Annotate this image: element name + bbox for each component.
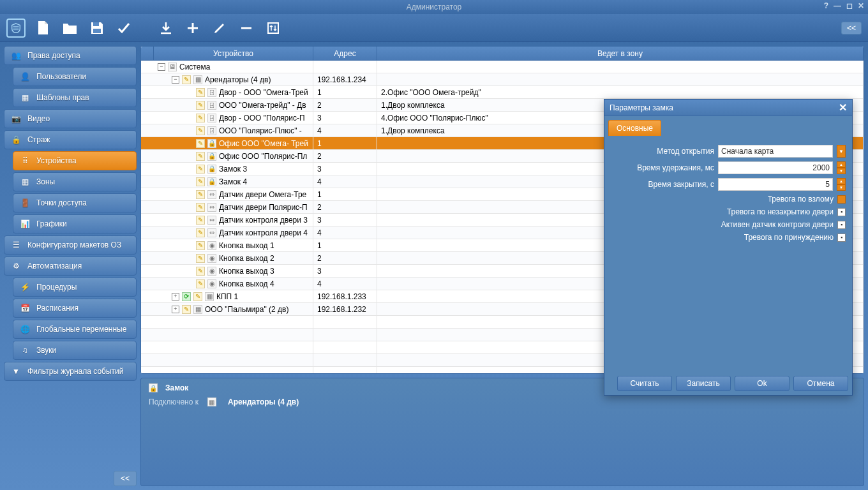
dev-icon (193, 75, 202, 84)
sidebar-item-configurator[interactable]: ☰Конфигуратор макетов ОЗ (4, 235, 137, 255)
sidebar-item-global-vars[interactable]: 🌐Глобальные переменные (13, 320, 137, 339)
sidebar-item-label: Автоматизация (27, 262, 82, 271)
open-method-select[interactable]: Сначала карта (718, 145, 833, 158)
new-file-icon[interactable] (34, 19, 52, 37)
swap-icon[interactable] (264, 19, 282, 37)
tree-expander[interactable]: − (172, 76, 179, 84)
table-row[interactable]: −Арендаторы (4 дв)192.168.1.234 (141, 73, 864, 86)
device-address: 4 (313, 226, 377, 239)
spin-up-icon[interactable]: ▲ (837, 178, 846, 184)
group-icon: 👥 (11, 50, 21, 61)
device-name: Кнопка выход 1 (219, 241, 274, 250)
col-device[interactable]: Устройство (154, 47, 313, 60)
tree-expander[interactable]: − (158, 63, 165, 71)
btn-icon (207, 254, 216, 263)
device-name: Датчик контроля двери 3 (219, 216, 308, 225)
sidebar-item-zones[interactable]: ▦Зоны (13, 172, 137, 191)
edit-icon (196, 216, 205, 225)
lock-icon (207, 152, 216, 161)
collapse-right-button[interactable]: << (841, 22, 862, 34)
template-icon: ▦ (20, 93, 30, 103)
collapse-sidebar-button[interactable]: << (114, 471, 137, 486)
spin-up-icon[interactable]: ▲ (837, 161, 846, 168)
table-row[interactable]: Двор - ООО "Омега-Трей12.Офис "ООО Омега… (141, 86, 864, 99)
sidebar-item-video[interactable]: 📷Видео (4, 109, 137, 128)
edit-icon[interactable] (211, 19, 228, 37)
content-area: Устройство Адрес Ведет в зону −Система−А… (140, 46, 864, 486)
lock-icon (207, 139, 216, 148)
music-icon: ♫ (20, 345, 30, 355)
sidebar-item-automation[interactable]: ⚙Автоматизация (4, 256, 137, 276)
edit-icon (196, 254, 205, 263)
automation-icon: ⚙ (11, 261, 21, 271)
sidebar-item-sounds[interactable]: ♫Звуки (13, 341, 137, 360)
close-time-input[interactable]: 5 (718, 178, 833, 191)
device-name: Замок 3 (219, 165, 247, 174)
tree-expander[interactable]: + (172, 306, 179, 313)
sidebar-item-log-filters[interactable]: ▼Фильтры журнала событий (4, 362, 137, 381)
svg-rect-2 (268, 23, 278, 33)
close-icon[interactable]: ✕ (858, 1, 864, 10)
device-address: 3 (313, 112, 377, 124)
device-name: Кнопка выход 2 (219, 254, 274, 263)
device-name: Кнопка выход 4 (219, 279, 274, 288)
sidebar-item-label: Зоны (36, 177, 55, 186)
device-name: Датчик двери Омега-Тре (219, 190, 306, 199)
remove-icon[interactable] (237, 19, 255, 37)
ok-button[interactable]: Ok (735, 376, 789, 391)
tree-expander[interactable]: + (172, 293, 179, 301)
device-name: Система (179, 63, 210, 71)
sidebar-item-label: Видео (27, 114, 50, 123)
sidebar-item-schedules[interactable]: 📅Расписания (13, 299, 137, 318)
spin-down-icon[interactable]: ▼ (837, 168, 846, 174)
download-icon[interactable] (157, 19, 175, 37)
read-button[interactable]: Считать (617, 376, 672, 391)
write-button[interactable]: Записать (676, 376, 731, 391)
spin-down-icon[interactable]: ▼ (837, 184, 846, 191)
open-folder-icon[interactable] (61, 19, 79, 37)
edit-icon (196, 126, 205, 135)
maximize-icon[interactable]: ◻ (846, 1, 853, 10)
btn-icon (207, 279, 216, 288)
sidebar-item-label: Расписания (36, 304, 79, 313)
help-icon[interactable]: ? (824, 1, 828, 10)
sidebar-item-users[interactable]: 👤Пользователи (13, 67, 137, 86)
table-row[interactable]: −Система (141, 61, 864, 73)
dropdown-icon[interactable]: ▼ (837, 145, 846, 158)
edit-icon (196, 88, 205, 97)
edit-icon (196, 177, 205, 186)
sidebar-item-label: Страж (27, 135, 50, 144)
calendar-icon: 📅 (20, 303, 30, 313)
sidebar-item-templates[interactable]: ▦Шаблоны прав (13, 88, 137, 107)
sidebar-item-label: Пользователи (36, 72, 86, 81)
hold-time-input[interactable]: 2000 (718, 161, 833, 174)
col-zone[interactable]: Ведет в зону (377, 47, 864, 60)
sidebar-item-access-rights[interactable]: 👥Права доступа (4, 46, 137, 65)
break-alarm-checkbox[interactable] (837, 195, 846, 204)
lock-params-dialog: Параметры замка ✕ Основные Метод открыти… (604, 99, 853, 396)
col-address[interactable]: Адрес (313, 47, 377, 60)
edit-icon (196, 228, 205, 237)
layers-icon: ☰ (11, 240, 21, 250)
sidebar-item-access-points[interactable]: 🚪Точки доступа (13, 193, 137, 212)
sidebar-item-guard[interactable]: 🔒Страж (4, 130, 137, 149)
sidebar-item-devices[interactable]: ⠿Устройства (13, 151, 137, 170)
sidebar-item-label: Процедуры (36, 283, 77, 292)
device-name: ООО "Полярис-Плюс" - (219, 126, 302, 135)
minimize-icon[interactable]: — (834, 1, 841, 10)
sidebar-item-graphics[interactable]: 📊Графики (13, 214, 137, 234)
unclose-alarm-checkbox[interactable]: ▪ (837, 208, 846, 216)
door-sensor-checkbox[interactable]: ▪ (837, 221, 846, 229)
force-alarm-checkbox[interactable]: ▪ (837, 234, 846, 242)
device-name: Офис ООО "Полярис-Пл (219, 152, 307, 161)
device-address: 1 (313, 188, 377, 200)
apply-icon[interactable] (115, 19, 133, 37)
tab-main[interactable]: Основные (608, 120, 661, 136)
dialog-titlebar[interactable]: Параметры замка ✕ (604, 100, 852, 116)
save-icon[interactable] (88, 19, 106, 37)
cancel-button[interactable]: Отмена (793, 376, 848, 391)
add-icon[interactable] (184, 19, 202, 37)
door-icon (207, 88, 216, 97)
dialog-close-icon[interactable]: ✕ (839, 101, 847, 114)
sidebar-item-procedures[interactable]: ⚡Процедуры (13, 278, 137, 297)
